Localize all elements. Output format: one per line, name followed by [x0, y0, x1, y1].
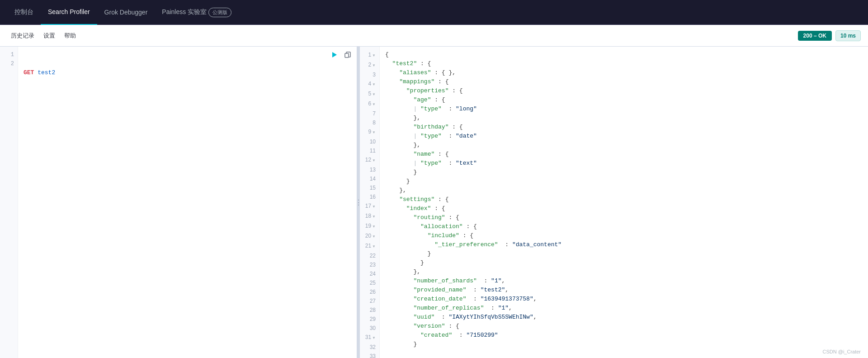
output-line-13: | "type" : "text" — [385, 159, 864, 168]
nav-item-search-profiler[interactable]: Search Profiler — [41, 0, 97, 25]
output-line-12: "name" : { — [385, 150, 864, 159]
output-code: { "test2" : { "aliases" : { }, "mappings… — [380, 47, 868, 358]
output-line-28: "creation_date" : "1639491373758", — [385, 295, 864, 304]
editor-line-numbers: 1 2 — [0, 47, 18, 358]
output-line-number-11: 11 — [360, 146, 379, 155]
output-line-23: } — [385, 249, 864, 258]
output-line-19: "routing" : { — [385, 213, 864, 222]
output-line-number-2[interactable]: 2 — [360, 60, 379, 70]
output-line-number-15: 15 — [360, 183, 379, 192]
output-line-29: "number_of_replicas" : "1", — [385, 304, 864, 313]
output-panel: 1234567891011121314151617181920212223242… — [360, 47, 868, 358]
output-line-14: } — [385, 168, 864, 177]
output-line-21: "include" : { — [385, 231, 864, 240]
output-line-number-12[interactable]: 12 — [360, 155, 379, 165]
output-line-number-4[interactable]: 4 — [360, 79, 379, 89]
output-line-number-3: 3 — [360, 70, 379, 79]
line-number-2: 2 — [0, 59, 18, 68]
output-line-number-21[interactable]: 21 — [360, 241, 379, 251]
output-line-20: "allocation" : { — [385, 222, 864, 231]
output-line-number-14: 14 — [360, 174, 379, 183]
toolbar-left: 历史记录 设置 帮助 — [7, 30, 80, 42]
nav-item-grok-debugger[interactable]: Grok Debugger — [97, 0, 155, 25]
output-line-number-18[interactable]: 18 — [360, 211, 379, 221]
output-line-33: } — [385, 340, 864, 349]
output-line-31: "version" : { — [385, 322, 864, 331]
run-button[interactable] — [329, 49, 340, 60]
output-line-9: "birthday" : { — [385, 123, 864, 132]
output-line-number-16: 16 — [360, 192, 379, 201]
output-line-number-29: 29 — [360, 315, 379, 324]
output-line-number-17[interactable]: 17 — [360, 201, 379, 211]
output-line-17: "settings" : { — [385, 195, 864, 204]
output-line-number-23: 23 — [360, 260, 379, 269]
output-line-number-10: 10 — [360, 137, 379, 146]
output-line-number-19[interactable]: 19 — [360, 221, 379, 231]
code-editor[interactable]: 1 2 GET test2 — [0, 47, 357, 358]
output-line-number-25: 25 — [360, 278, 379, 287]
output-line-number-8: 8 — [360, 118, 379, 127]
help-button[interactable]: 帮助 — [61, 30, 80, 42]
output-line-8: }, — [385, 114, 864, 123]
output-line-number-5[interactable]: 5 — [360, 89, 379, 99]
output-line-number-33: 33 — [360, 352, 379, 358]
output-line-5: "properties" : { — [385, 86, 864, 95]
output-line-18: "index" : { — [385, 204, 864, 213]
output-line-30: "uuid" : "IAXytYIhSfqVbS5SWEhINw", — [385, 313, 864, 322]
nav-item-console[interactable]: 控制台 — [7, 0, 41, 25]
output-line-32: "created" : "7150299" — [385, 331, 864, 340]
output-line-1: { — [385, 50, 864, 59]
settings-button[interactable]: 设置 — [40, 30, 59, 42]
output-line-number-27: 27 — [360, 296, 379, 305]
nav-label-grok-debugger: Grok Debugger — [104, 9, 148, 16]
output-line-number-30: 30 — [360, 324, 379, 333]
secondary-toolbar: 历史记录 设置 帮助 200 – OK 10 ms — [0, 25, 868, 47]
output-line-number-31[interactable]: 31 — [360, 333, 379, 343]
output-line-number-7: 7 — [360, 109, 379, 118]
nav-label-console: 控制台 — [14, 8, 33, 16]
output-line-3: "aliases" : { }, — [385, 68, 864, 77]
output-line-11: }, — [385, 141, 864, 150]
output-line-number-9[interactable]: 9 — [360, 127, 379, 137]
output-line-number-1[interactable]: 1 — [360, 50, 379, 60]
history-button[interactable]: 历史记录 — [7, 30, 38, 42]
nav-item-painless[interactable]: Painless 实验室 公测版 — [155, 0, 239, 25]
editor-panel: 1 2 GET test2 — [0, 47, 357, 358]
output-line-number-24: 24 — [360, 269, 379, 278]
svg-marker-0 — [332, 52, 337, 57]
output-line-2: "test2" : { — [385, 59, 864, 68]
output-line-number-20[interactable]: 20 — [360, 231, 379, 241]
output-line-22: "_tier_preference" : "data_content" — [385, 240, 864, 249]
code-line-2 — [24, 95, 353, 105]
svg-rect-1 — [345, 53, 349, 57]
editor-toolbar — [329, 49, 353, 60]
main-content: 1 2 GET test2 ⋮ 123456789101112131415161… — [0, 47, 868, 358]
output-line-number-13: 13 — [360, 165, 379, 174]
output-line-number-6[interactable]: 6 — [360, 99, 379, 109]
top-nav: 控制台 Search Profiler Grok Debugger Painle… — [0, 0, 868, 25]
watermark: CSDN @i_Crater — [822, 349, 861, 354]
output-line-number-26: 26 — [360, 287, 379, 296]
status-badge: 200 – OK — [798, 31, 832, 41]
output-line-27: "provided_name" : "test2", — [385, 286, 864, 295]
line-number-1: 1 — [0, 50, 18, 59]
beta-badge: 公测版 — [208, 8, 231, 17]
output-line-number-28: 28 — [360, 305, 379, 315]
code-content[interactable]: GET test2 — [18, 47, 357, 358]
nav-label-search-profiler: Search Profiler — [48, 8, 90, 15]
status-group: 200 – OK 10 ms — [798, 30, 861, 41]
output-line-26: "number_of_shards" : "1", — [385, 277, 864, 286]
time-badge: 10 ms — [835, 30, 861, 41]
output-line-16: }, — [385, 186, 864, 195]
output-line-25: }, — [385, 267, 864, 277]
output-line-number-22: 22 — [360, 251, 379, 260]
output-line-4: "mappings" : { — [385, 77, 864, 86]
copy-button[interactable] — [342, 49, 353, 60]
output-line-7: | "type" : "long" — [385, 105, 864, 114]
output-line-15: } — [385, 177, 864, 186]
output-line-6: "age" : { — [385, 95, 864, 105]
output-line-numbers: 1234567891011121314151617181920212223242… — [360, 47, 380, 358]
output-line-number-32: 32 — [360, 343, 379, 352]
code-line-1: GET test2 — [24, 68, 353, 77]
nav-label-painless: Painless 实验室 — [162, 8, 207, 16]
